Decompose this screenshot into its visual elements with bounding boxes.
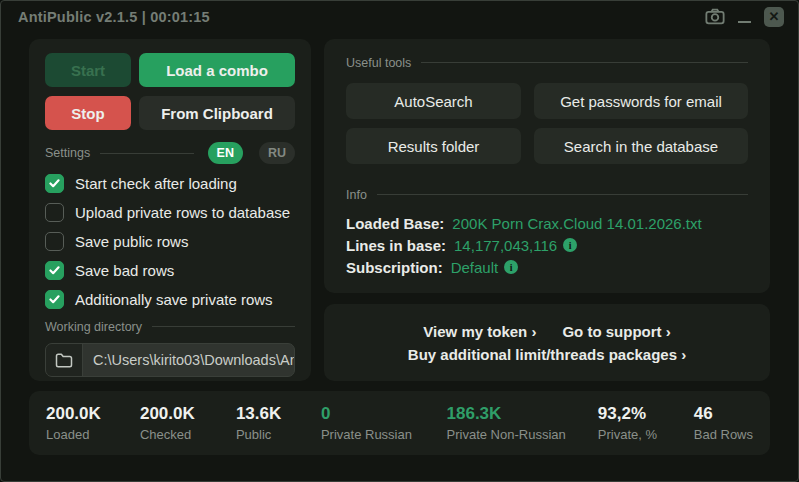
buy-packages-link[interactable]: Buy additional limit/threads packages › (408, 346, 686, 363)
camera-icon[interactable] (705, 8, 725, 25)
stat-label: Loaded (46, 427, 140, 442)
stat-value: 0 (321, 404, 447, 424)
info-row-label: Loaded Base: (346, 215, 444, 232)
checkbox-label: Save public rows (75, 233, 188, 250)
tools-info-panel: Useful tools AutoSearch Get passwords fo… (324, 39, 770, 293)
divider (152, 326, 295, 327)
stat-private-percent: 93,2% Private, % (598, 404, 694, 442)
stat-private-non-russian: 186.3K Private Non-Russian (447, 404, 598, 442)
stat-public: 13.6K Public (236, 404, 321, 442)
stat-bad-rows: 46 Bad Rows (694, 404, 753, 442)
stat-label: Bad Rows (694, 427, 753, 442)
useful-tools-header: Useful tools (346, 55, 748, 70)
folder-icon[interactable] (46, 344, 83, 376)
go-to-support-link[interactable]: Go to support › (562, 323, 670, 340)
from-clipboard-button[interactable]: From Clipboard (139, 96, 295, 130)
info-row-loaded-base: Loaded Base: 200K Porn Crax.Cloud 14.01.… (346, 212, 748, 234)
window-title: AntiPublic v2.1.5 | 00:01:15 (18, 9, 210, 25)
checkbox-box[interactable] (45, 261, 64, 280)
checkbox-label: Upload private rows to database (75, 204, 290, 221)
useful-tools-label: Useful tools (346, 56, 411, 70)
subscription-value: Default (451, 259, 499, 276)
stat-label: Private Russian (321, 427, 447, 442)
links-panel: View my token › Go to support › Buy addi… (324, 304, 770, 381)
stat-value: 186.3K (447, 404, 598, 424)
working-directory-header: Working directory (45, 319, 295, 334)
links-row-bottom: Buy additional limit/threads packages › (408, 346, 686, 363)
stat-label: Checked (140, 427, 236, 442)
app-window: AntiPublic v2.1.5 | 00:01:15 ✕ Start Loa… (0, 0, 799, 482)
loaded-base-value: 200K Porn Crax.Cloud 14.01.2026.txt (452, 215, 701, 232)
checkbox-box[interactable] (45, 203, 64, 222)
info-rows: Loaded Base: 200K Porn Crax.Cloud 14.01.… (346, 212, 748, 278)
info-row-subscription: Subscription: Default i (346, 256, 748, 278)
working-directory-label: Working directory (45, 320, 142, 334)
divider (421, 62, 748, 63)
checkbox-label: Additionally save private rows (75, 291, 273, 308)
title-bar: AntiPublic v2.1.5 | 00:01:15 ✕ (1, 1, 798, 32)
stat-value: 200.0K (46, 404, 140, 424)
links-row-top: View my token › Go to support › (423, 323, 670, 340)
info-icon[interactable]: i (563, 238, 577, 252)
stat-label: Public (236, 427, 321, 442)
results-folder-button[interactable]: Results folder (346, 128, 521, 164)
checkbox-save-public-rows[interactable]: Save public rows (45, 231, 295, 251)
check-icon (49, 295, 60, 304)
divider (100, 153, 193, 154)
stat-private-russian: 0 Private Russian (321, 404, 447, 442)
working-directory-field: C:\Users\kirito03\Downloads\An... (45, 343, 295, 377)
check-icon (49, 179, 60, 188)
close-icon[interactable]: ✕ (764, 7, 784, 27)
main-content: Start Load a combo Stop From Clipboard S… (29, 39, 770, 381)
window-controls: ✕ (705, 7, 784, 27)
stop-button[interactable]: Stop (45, 96, 131, 130)
start-button[interactable]: Start (45, 53, 131, 87)
checkbox-box[interactable] (45, 174, 64, 193)
info-icon[interactable]: i (504, 260, 518, 274)
stat-value: 93,2% (598, 404, 694, 424)
settings-header: Settings EN RU (45, 142, 295, 164)
info-label: Info (346, 188, 367, 202)
search-database-button[interactable]: Search in the database (534, 128, 748, 164)
load-combo-button[interactable]: Load a combo (139, 53, 295, 87)
info-row-label: Subscription: (346, 259, 443, 276)
stats-bar: 200.0K Loaded 200.0K Checked 13.6K Publi… (29, 391, 770, 455)
checkbox-label: Save bad rows (75, 262, 174, 279)
checkbox-label: Start check after loading (75, 175, 237, 192)
working-directory-path-input[interactable]: C:\Users\kirito03\Downloads\An... (83, 344, 294, 376)
divider (377, 194, 748, 195)
language-toggle-en[interactable]: EN (208, 142, 243, 164)
control-panel: Start Load a combo Stop From Clipboard S… (29, 39, 311, 381)
view-token-link[interactable]: View my token › (423, 323, 536, 340)
stat-checked: 200.0K Checked (140, 404, 236, 442)
autosearch-button[interactable]: AutoSearch (346, 83, 521, 119)
stat-value: 13.6K (236, 404, 321, 424)
checkbox-start-check-after-loading[interactable]: Start check after loading (45, 173, 295, 193)
checkbox-upload-private-rows[interactable]: Upload private rows to database (45, 202, 295, 222)
stat-value: 200.0K (140, 404, 236, 424)
stat-label: Private Non-Russian (447, 427, 598, 442)
info-row-label: Lines in base: (346, 237, 446, 254)
checkbox-box[interactable] (45, 290, 64, 309)
settings-label: Settings (45, 146, 90, 160)
stat-label: Private, % (598, 427, 694, 442)
action-buttons: Start Load a combo Stop From Clipboard (45, 53, 295, 130)
language-toggle-ru[interactable]: RU (259, 142, 295, 164)
checkbox-save-bad-rows[interactable]: Save bad rows (45, 260, 295, 280)
check-icon (49, 266, 60, 275)
get-passwords-button[interactable]: Get passwords for email (534, 83, 748, 119)
settings-checkboxes: Start check after loading Upload private… (45, 173, 295, 309)
lines-in-base-value: 14,177,043,116 (454, 237, 557, 254)
checkbox-additionally-save-private-rows[interactable]: Additionally save private rows (45, 289, 295, 309)
info-row-lines-in-base: Lines in base: 14,177,043,116 i (346, 234, 748, 256)
stat-loaded: 200.0K Loaded (46, 404, 140, 442)
tool-buttons: AutoSearch Get passwords for email Resul… (346, 83, 748, 164)
checkbox-box[interactable] (45, 232, 64, 251)
info-header: Info (346, 187, 748, 202)
minimize-icon[interactable] (738, 11, 751, 23)
stat-value: 46 (694, 404, 753, 424)
right-column: Useful tools AutoSearch Get passwords fo… (324, 39, 770, 381)
